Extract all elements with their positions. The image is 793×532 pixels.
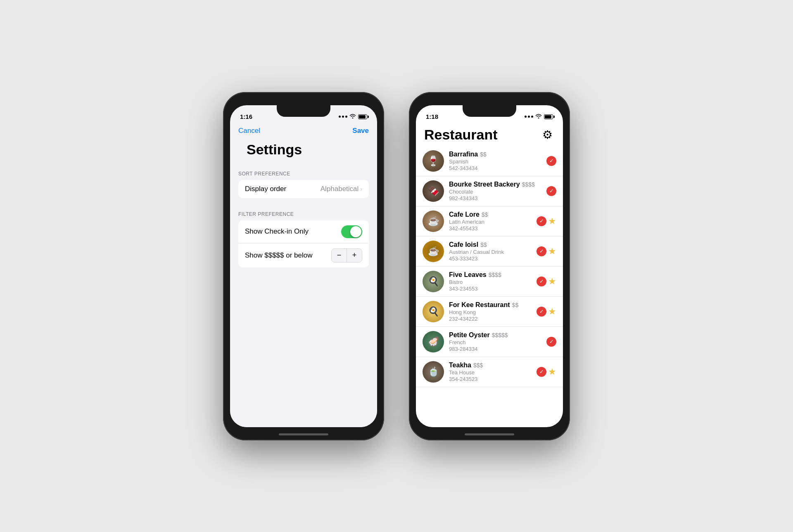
restaurant-name-line-cafelore: Cafe Lore$$ <box>449 211 537 218</box>
home-bar-left <box>279 433 328 435</box>
settings-screen: 1:16 <box>230 105 377 427</box>
save-button[interactable]: Save <box>352 127 369 135</box>
status-icons-left <box>339 113 367 120</box>
display-order-text: Alphabetical <box>321 185 359 193</box>
restaurant-name-petite: Petite Oyster <box>449 331 490 339</box>
signal-dot-r1 <box>525 116 527 118</box>
restaurant-avatar-cafeloisl <box>423 241 444 262</box>
restaurant-cuisine-barrafina: Spanish <box>449 158 546 165</box>
restaurant-avatar-fiveleaves <box>423 271 444 292</box>
restaurant-page-title: Restaurant <box>424 127 498 143</box>
stepper-plus-button[interactable]: + <box>347 249 362 262</box>
checkin-badge-petite: ✓ <box>546 337 556 347</box>
restaurant-price-barrafina: $$ <box>480 151 487 158</box>
checkin-badge-barrafina: ✓ <box>546 156 556 166</box>
battery-icon <box>358 114 367 119</box>
gear-button[interactable]: ⚙ <box>540 127 555 142</box>
restaurant-item-bourke[interactable]: Bourke Street Backery$$$$Chocolate982-43… <box>416 176 563 206</box>
filter-section: FILTER PREFERENCE Show Check-in Only Sho… <box>230 211 377 271</box>
status-time-left: 1:16 <box>240 113 252 120</box>
signal-icon-right <box>525 116 533 118</box>
checkin-toggle[interactable] <box>341 225 362 238</box>
left-phone: 1:16 <box>223 92 384 440</box>
restaurant-badges-bourke: ✓ <box>546 186 556 196</box>
status-icons-right <box>525 113 553 120</box>
restaurant-info-barrafina: Barrafina$$Spanish542-343434 <box>449 151 546 171</box>
wifi-icon-right <box>535 113 542 120</box>
cancel-button[interactable]: Cancel <box>238 127 260 135</box>
restaurant-phone-barrafina: 542-343434 <box>449 165 546 171</box>
restaurant-phone-forkee: 232-434222 <box>449 316 537 322</box>
restaurant-avatar-bourke <box>423 180 444 202</box>
sort-section-label: SORT PREFERENCE <box>238 171 369 177</box>
restaurant-item-forkee[interactable]: For Kee Restaurant$$Hong Kong232-434222✓… <box>416 297 563 327</box>
restaurant-list: Barrafina$$Spanish542-343434✓Bourke Stre… <box>416 146 563 387</box>
restaurant-badges-teakha: ✓★ <box>537 366 556 377</box>
restaurant-price-forkee: $$ <box>512 302 519 308</box>
restaurant-name-cafelore: Cafe Lore <box>449 211 480 218</box>
signal-icon <box>339 116 347 118</box>
restaurant-avatar-teakha <box>423 361 444 383</box>
checkin-badge-fiveleaves: ✓ <box>537 277 546 286</box>
restaurant-cuisine-teakha: Tea House <box>449 369 537 376</box>
restaurant-item-cafelore[interactable]: Cafe Lore$$Latin American342-455433✓★ <box>416 206 563 236</box>
price-stepper: − + <box>331 248 362 262</box>
display-order-value: Alphabetical › <box>321 185 362 193</box>
signal-dot-r2 <box>528 116 530 118</box>
battery-fill <box>359 115 366 118</box>
checkin-badge-cafelore: ✓ <box>537 216 546 226</box>
restaurant-name-line-bourke: Bourke Street Backery$$$$ <box>449 181 546 188</box>
star-badge-teakha: ★ <box>548 366 556 377</box>
signal-dot-r3 <box>531 116 533 118</box>
restaurant-price-fiveleaves: $$$$ <box>489 272 501 278</box>
restaurant-info-cafeloisl: Cafe Ioisl$$Austrian / Casual Drink453-3… <box>449 241 537 262</box>
checkin-badge-teakha: ✓ <box>537 367 546 377</box>
restaurant-cuisine-bourke: Chocolate <box>449 189 546 195</box>
restaurant-name-line-forkee: For Kee Restaurant$$ <box>449 301 537 309</box>
display-order-row[interactable]: Display order Alphabetical › <box>238 180 369 198</box>
restaurant-cuisine-cafelore: Latin American <box>449 219 537 225</box>
settings-nav: Cancel Save <box>230 123 377 140</box>
restaurant-info-forkee: For Kee Restaurant$$Hong Kong232-434222 <box>449 301 537 322</box>
restaurant-name-line-barrafina: Barrafina$$ <box>449 151 546 158</box>
settings-spacer <box>230 271 377 427</box>
restaurant-name-line-fiveleaves: Five Leaves$$$$ <box>449 271 537 279</box>
restaurant-cuisine-petite: French <box>449 339 546 345</box>
star-badge-forkee: ★ <box>548 306 556 317</box>
display-order-label: Display order <box>245 185 286 193</box>
restaurant-item-fiveleaves[interactable]: Five Leaves$$$$Bistro343-234553✓★ <box>416 267 563 297</box>
restaurant-item-barrafina[interactable]: Barrafina$$Spanish542-343434✓ <box>416 146 563 176</box>
restaurant-price-cafelore: $$ <box>482 211 488 218</box>
restaurant-info-cafelore: Cafe Lore$$Latin American342-455433 <box>449 211 537 232</box>
signal-dot-2 <box>342 116 344 118</box>
status-time-right: 1:18 <box>426 113 438 120</box>
restaurant-item-cafeloisl[interactable]: Cafe Ioisl$$Austrian / Casual Drink453-3… <box>416 236 563 267</box>
restaurant-cuisine-forkee: Hong Kong <box>449 309 537 315</box>
right-phone: 1:18 <box>409 92 570 440</box>
restaurant-name-line-teakha: Teakha$$$ <box>449 362 537 369</box>
restaurant-info-teakha: Teakha$$$Tea House354-243523 <box>449 362 537 382</box>
restaurant-price-teakha: $$$ <box>473 362 483 369</box>
toggle-knob <box>350 226 361 237</box>
show-checkin-row: Show Check-in Only <box>238 220 369 244</box>
restaurant-name-fiveleaves: Five Leaves <box>449 271 487 279</box>
show-checkin-label: Show Check-in Only <box>245 227 309 236</box>
notch <box>277 105 330 117</box>
filter-section-label: FILTER PREFERENCE <box>238 211 369 217</box>
star-badge-fiveleaves: ★ <box>548 276 556 287</box>
restaurant-item-petite[interactable]: Petite Oyster$$$$$French983-284334✓ <box>416 327 563 357</box>
restaurant-price-petite: $$$$$ <box>492 332 508 338</box>
restaurant-name-line-petite: Petite Oyster$$$$$ <box>449 331 546 339</box>
restaurant-screen: 1:18 <box>416 105 563 427</box>
restaurant-phone-cafeloisl: 453-333423 <box>449 255 537 262</box>
restaurant-info-petite: Petite Oyster$$$$$French983-284334 <box>449 331 546 352</box>
settings-content: Cancel Save Settings SORT PREFERENCE Dis… <box>230 123 377 427</box>
stepper-minus-button[interactable]: − <box>332 249 347 262</box>
restaurant-header: Restaurant ⚙ <box>416 123 563 146</box>
restaurant-name-teakha: Teakha <box>449 362 471 369</box>
show-price-row: Show $$$$$ or below − + <box>238 244 369 267</box>
restaurant-item-teakha[interactable]: Teakha$$$Tea House354-243523✓★ <box>416 357 563 387</box>
checkin-badge-forkee: ✓ <box>537 307 546 317</box>
star-badge-cafelore: ★ <box>548 216 556 227</box>
restaurant-name-bourke: Bourke Street Backery <box>449 181 520 188</box>
